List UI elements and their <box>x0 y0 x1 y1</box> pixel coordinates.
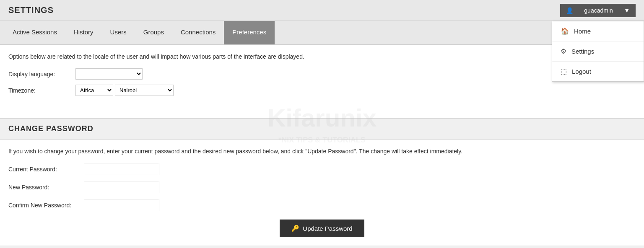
display-language-select[interactable] <box>75 68 143 80</box>
preferences-section: Options below are related to the locale … <box>0 45 644 109</box>
locale-description: Options below are related to the locale … <box>8 53 636 60</box>
dropdown-item-logout[interactable]: ⬚ Logout <box>552 62 644 81</box>
current-password-label: Current Password: <box>8 166 84 173</box>
chevron-down-icon: ▼ <box>624 7 630 14</box>
update-password-label: Update Password <box>303 225 352 232</box>
update-password-button[interactable]: 🔑 Update Password <box>280 220 364 237</box>
home-icon: 🏠 <box>561 27 569 35</box>
tab-groups[interactable]: Groups <box>135 21 172 44</box>
home-label: Home <box>574 28 591 35</box>
tab-active-sessions[interactable]: Active Sessions <box>4 21 65 44</box>
confirm-password-input[interactable] <box>84 199 159 211</box>
change-password-title: CHANGE PASSWORD <box>0 119 644 140</box>
logout-label: Logout <box>572 68 591 75</box>
display-language-label: Display language: <box>8 71 75 78</box>
timezone-label: Timezone: <box>8 87 75 94</box>
gear-icon: ⚙ <box>561 47 566 55</box>
timezone-city-select[interactable]: Nairobi Cairo Lagos Johannesburg Accra <box>115 85 174 96</box>
settings-label: Settings <box>571 48 594 55</box>
timezone-row: Timezone: Africa America Asia Atlantic A… <box>8 85 636 96</box>
user-icon: 👤 <box>566 7 573 14</box>
key-icon: 🔑 <box>291 225 299 232</box>
update-button-row: 🔑 Update Password <box>8 220 636 237</box>
tab-history[interactable]: History <box>65 21 102 44</box>
change-password-section: If you wish to change your password, ent… <box>0 140 644 245</box>
dropdown-menu: 🏠 Home ⚙ Settings ⬚ Logout <box>552 21 644 82</box>
change-password-description: If you wish to change your password, ent… <box>8 148 636 155</box>
tab-preferences[interactable]: Preferences <box>224 21 275 44</box>
new-password-label: New Password: <box>8 184 84 191</box>
user-menu-button[interactable]: 👤 guacadmin ▼ <box>560 4 636 17</box>
timezone-region-select[interactable]: Africa America Asia Atlantic Australia E… <box>75 85 113 96</box>
logout-icon: ⬚ <box>561 67 567 75</box>
tab-users[interactable]: Users <box>102 21 135 44</box>
dropdown-item-home[interactable]: 🏠 Home <box>552 21 644 41</box>
confirm-password-row: Confirm New Password: <box>8 199 636 211</box>
dropdown-item-settings[interactable]: ⚙ Settings <box>552 41 644 62</box>
tabs-bar: Active Sessions History Users Groups Con… <box>0 21 644 45</box>
new-password-row: New Password: <box>8 181 636 193</box>
confirm-password-label: Confirm New Password: <box>8 202 84 209</box>
current-password-row: Current Password: <box>8 163 636 175</box>
tab-connections[interactable]: Connections <box>172 21 224 44</box>
username-label: guacadmin <box>584 7 613 14</box>
header: SETTINGS 👤 guacadmin ▼ <box>0 0 644 21</box>
new-password-input[interactable] <box>84 181 159 193</box>
page-title: SETTINGS <box>8 5 54 15</box>
display-language-row: Display language: <box>8 68 636 80</box>
current-password-input[interactable] <box>84 163 159 175</box>
